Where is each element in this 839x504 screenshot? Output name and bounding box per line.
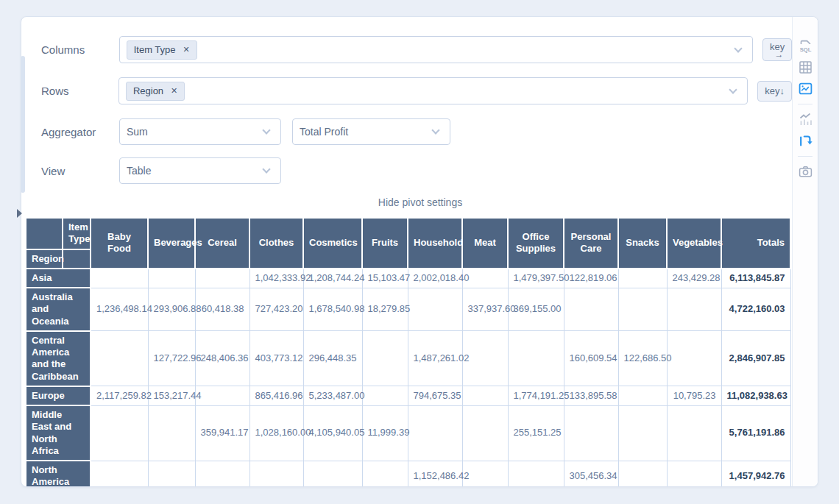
rows-label: Rows [41,85,118,97]
pivot-table-icon[interactable] [798,133,813,149]
pivot-cell: 1,487,261.02 [408,331,462,386]
pivot-cell [249,461,303,487]
pivot-cell [564,405,618,461]
pivot-cell [195,386,249,405]
pivot-cell: 160,609.54 [564,331,618,386]
pivot-cell: 1,774,191.25 [508,386,564,405]
rows-sort-key-button[interactable]: key↓ [757,81,792,102]
svg-text:SQL: SQL [799,46,811,53]
pivot-cell [362,331,408,386]
row-total-cell: 6,113,845.87 [721,269,790,288]
pivot-cell: 10,795.23 [667,386,721,405]
rows-select[interactable]: Region ✕ [118,77,748,104]
pivot-cell [667,461,721,487]
col-axis-label[interactable]: Item Type [63,218,91,249]
col-totals-label: Totals [721,218,790,269]
pivot-cell: 359,941.17 [195,405,249,461]
toolbar-divider [798,104,813,104]
table-row: North America1,152,486.42305,456.341,457… [26,461,790,487]
hide-pivot-settings-link[interactable]: Hide pivot settings [21,196,818,208]
pivot-cell: 865,416.96 [249,386,303,405]
pivot-cell: 293,906.88 [148,288,195,331]
row-tag-region[interactable]: Region ✕ [126,82,185,101]
col-label: Beverages [148,218,195,269]
row-label: Asia [26,269,91,288]
pivot-cell: 794,675.35 [408,386,462,405]
col-label: Vegetables [667,218,721,269]
pivot-cell [667,331,721,386]
pivot-cell: 15,103.47 [362,269,408,288]
col-label: Office Supplies [508,218,564,269]
chevron-down-icon [729,85,737,93]
right-toolbar: SQL [792,17,818,486]
pivot-cell: 403,773.12 [249,331,303,386]
chevron-down-icon [431,126,439,134]
pivot-cell: 122,819.06 [564,269,618,288]
table-row: Asia1,042,333.921,208,744.2415,103.472,0… [26,269,790,288]
columns-select[interactable]: Item Type ✕ [119,36,753,63]
pivot-table-head: Item TypeBaby FoodBeveragesCerealClothes… [26,218,790,269]
pivot-cell [618,288,667,331]
pivot-cell: 369,155.00 [508,288,564,331]
chart-image-icon[interactable] [798,81,813,96]
panel-scrollbar[interactable] [21,56,25,193]
pivot-cell [91,269,148,288]
aggregator-field-value: Total Profit [300,126,348,138]
pivot-panel: Columns Item Type ✕ key → Rows R [21,16,818,487]
pivot-cell [667,288,721,331]
col-label: Household [408,218,462,269]
pivot-cell [462,331,508,386]
chevron-down-icon [734,44,742,52]
remove-tag-icon[interactable]: ✕ [183,46,190,54]
pivot-cell [462,461,508,487]
collapse-panel-arrow-icon[interactable] [17,209,22,218]
view-select[interactable]: Table [119,157,281,184]
aggregator-row: Aggregator Sum Total Profit [41,118,792,145]
axis-spacer-cell [63,249,91,269]
pivot-cell: 127,722.96 [148,331,195,386]
table-row: Central America and the Caribbean127,722… [26,331,790,386]
sql-icon[interactable]: SQL [798,38,813,54]
pivot-cell: 1,028,160.00 [249,405,303,461]
col-label: Meat [462,218,508,269]
pivot-cell: 2,002,018.40 [408,269,462,288]
pivot-cell [508,331,564,386]
combo-chart-icon[interactable] [798,112,813,127]
pivot-cell: 296,448.35 [303,331,362,386]
aggregator-select[interactable]: Sum [119,118,281,145]
row-total-cell: 11,082,938.63 [721,386,790,405]
camera-icon[interactable] [798,164,813,180]
pivot-cell: 248,406.36 [195,331,249,386]
pivot-cell [618,386,667,405]
table-grid-icon[interactable] [798,60,813,75]
pivot-cell: 133,895.58 [564,386,618,405]
pivot-cell [91,405,148,461]
column-tag-item-type[interactable]: Item Type ✕ [127,40,197,60]
columns-sort-key-button[interactable]: key → [762,38,792,61]
pivot-cell: 727,423.20 [249,288,303,331]
pivot-corner-cell [26,218,63,249]
chevron-down-icon [262,126,270,134]
aggregator-field-select[interactable]: Total Profit [292,118,450,145]
pivot-cell [195,461,249,487]
pivot-table: Item TypeBaby FoodBeveragesCerealClothes… [25,217,791,487]
pivot-cell [148,461,195,487]
col-label: Snacks [618,218,667,269]
toolbar-divider [798,156,813,157]
pivot-cell: 1,208,744.24 [303,269,362,288]
pivot-cell: 255,151.25 [508,405,564,461]
key-arrow-down-icon: ↓ [780,85,785,96]
tag-label: Item Type [134,44,176,55]
pivot-cell [508,461,564,487]
pivot-cell: 5,233,487.00 [303,386,362,405]
view-label: View [41,165,119,177]
row-label: Central America and the Caribbean [26,331,91,386]
pivot-cell [618,461,667,487]
pivot-cell: 1,479,397.50 [508,269,564,288]
row-axis-label[interactable]: Region [26,249,63,269]
pivot-cell: 2,117,259.82 [91,386,148,405]
pivot-cell: 1,236,498.14 [91,288,148,331]
remove-tag-icon[interactable]: ✕ [171,87,177,95]
col-label: Baby Food [91,218,148,269]
pivot-cell [91,461,148,487]
